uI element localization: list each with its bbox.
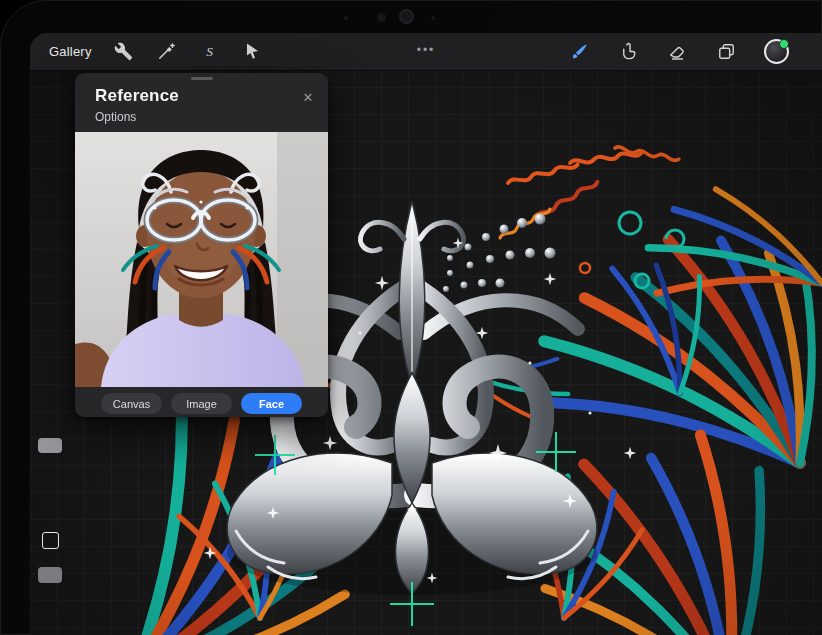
canvas-options-menu[interactable]: •••: [417, 43, 436, 57]
adjustments-wand-icon[interactable]: [156, 41, 178, 63]
actions-wrench-icon[interactable]: [113, 41, 135, 63]
reference-face-camera-feed: [75, 132, 328, 387]
reference-panel-title: Reference: [95, 86, 179, 105]
reference-panel: Reference ✕ Options: [75, 73, 328, 417]
gallery-button[interactable]: Gallery: [49, 44, 92, 59]
front-camera-icon: [401, 11, 412, 22]
top-toolbar: Gallery S •••: [30, 33, 822, 71]
smudge-finger-icon[interactable]: [617, 41, 639, 63]
selection-glyph: S: [206, 44, 213, 59]
bezel-sensor-dot: [344, 16, 348, 20]
reference-tab-image[interactable]: Image: [171, 393, 232, 414]
reference-options-label[interactable]: Options: [75, 106, 328, 132]
screenshot-stage: Gallery S •••: [0, 0, 822, 635]
close-icon[interactable]: ✕: [298, 87, 318, 107]
reference-tab-canvas[interactable]: Canvas: [101, 393, 162, 414]
paint-brush-icon[interactable]: [568, 41, 590, 63]
color-swatch-button[interactable]: [764, 39, 789, 64]
color-picker-dot: [779, 39, 789, 49]
transform-arrow-icon[interactable]: [242, 41, 264, 63]
eraser-icon[interactable]: [666, 41, 688, 63]
brush-opacity-slider[interactable]: [38, 567, 62, 583]
modify-button[interactable]: [42, 532, 59, 549]
selection-icon[interactable]: S: [199, 41, 221, 63]
layers-icon[interactable]: [715, 41, 737, 63]
bezel-sensor-dot: [431, 16, 435, 20]
brush-size-slider[interactable]: [38, 438, 62, 453]
reference-mode-segmented-control: Canvas Image Face: [75, 387, 328, 417]
front-camera-icon: [377, 13, 386, 22]
procreate-screen: Gallery S •••: [30, 33, 822, 635]
reference-tab-face[interactable]: Face: [241, 393, 302, 414]
